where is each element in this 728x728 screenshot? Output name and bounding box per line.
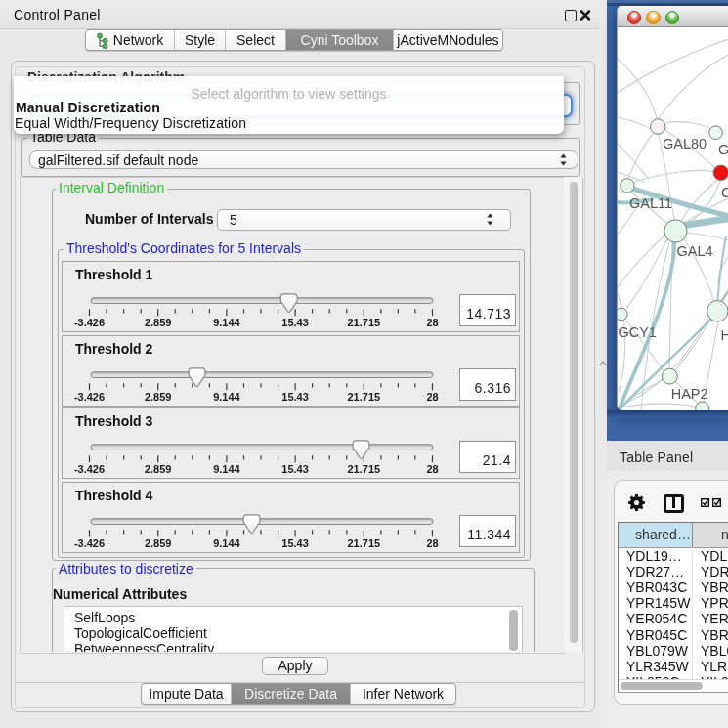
svg-text:-3.426: -3.426 xyxy=(74,317,105,328)
svg-text:GAL11: GAL11 xyxy=(629,195,672,211)
svg-text:9.144: 9.144 xyxy=(213,391,240,403)
svg-text:28: 28 xyxy=(426,317,438,328)
svg-text:21.715: 21.715 xyxy=(347,391,380,403)
svg-text:GCY1: GCY1 xyxy=(618,324,657,340)
svg-text:H: H xyxy=(721,327,728,343)
svg-text:15.43: 15.43 xyxy=(281,391,309,403)
svg-text:28: 28 xyxy=(426,537,438,549)
svg-text:28: 28 xyxy=(426,391,438,403)
svg-text:-3.426: -3.426 xyxy=(74,391,105,403)
svg-text:2.859: 2.859 xyxy=(145,537,172,549)
svg-text:2.859: 2.859 xyxy=(145,317,172,328)
svg-text:2.859: 2.859 xyxy=(145,391,172,403)
svg-text:9.144: 9.144 xyxy=(213,317,240,328)
svg-text:15.43: 15.43 xyxy=(281,463,309,475)
svg-text:21.715: 21.715 xyxy=(347,463,380,475)
svg-text:GAL80: GAL80 xyxy=(663,136,707,151)
svg-text:2.859: 2.859 xyxy=(145,463,172,475)
svg-text:9.144: 9.144 xyxy=(213,537,240,549)
svg-text:21.715: 21.715 xyxy=(347,537,380,549)
svg-text:-3.426: -3.426 xyxy=(74,537,105,549)
svg-text:21.715: 21.715 xyxy=(347,317,380,328)
svg-text:GA: GA xyxy=(718,142,728,157)
svg-text:HAP2: HAP2 xyxy=(671,386,708,402)
svg-text:15.43: 15.43 xyxy=(281,537,309,549)
svg-text:C: C xyxy=(721,185,728,200)
svg-text:28: 28 xyxy=(426,463,438,475)
svg-text:-3.426: -3.426 xyxy=(74,463,105,475)
svg-text:15.43: 15.43 xyxy=(281,317,309,328)
svg-text:9.144: 9.144 xyxy=(213,463,240,475)
svg-text:GAL4: GAL4 xyxy=(677,243,713,259)
